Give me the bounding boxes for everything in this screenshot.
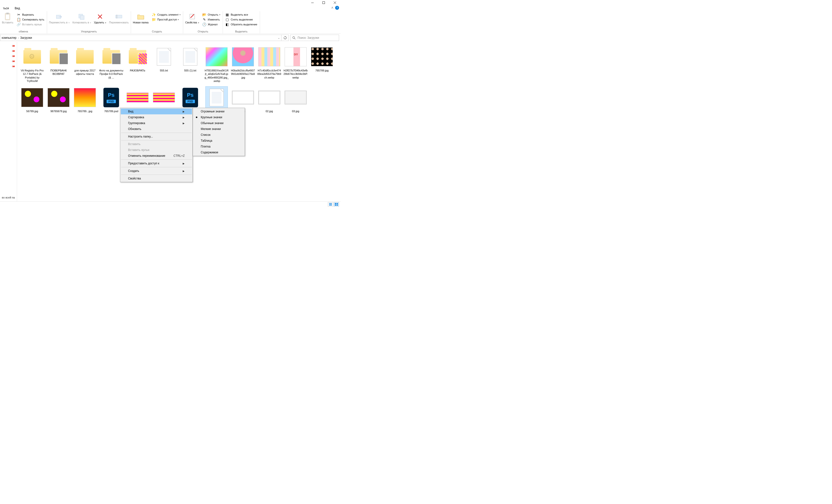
file-item[interactable]: для прмьер 2017 эфекты текста <box>72 45 98 84</box>
file-item[interactable]: 02.jpg <box>256 86 283 114</box>
details-view-button[interactable] <box>328 202 333 207</box>
delete-button[interactable]: Удалить▾ <box>93 12 108 25</box>
copy-path-icon: 📋 <box>17 18 21 22</box>
file-name: H2ff27b7f349c43efb28b874cc3b94e3bP.webp <box>283 69 308 79</box>
context-menu-item[interactable]: Отменить переименованиеCTRL+Z <box>121 153 192 159</box>
properties-icon <box>188 13 196 21</box>
select-all-icon: ▦ <box>225 13 229 17</box>
history-button[interactable]: 🕐 Журнал <box>202 22 221 27</box>
file-item[interactable]: 555.txt <box>151 45 177 84</box>
context-menu-item[interactable]: Предоставить доступ к▶ <box>121 160 192 166</box>
file-thumbnail <box>21 86 43 108</box>
context-menu-item[interactable]: Таблица <box>193 138 244 143</box>
help-icon[interactable]: ? <box>335 6 339 10</box>
svg-point-11 <box>293 36 295 38</box>
paste-shortcut-button[interactable]: 🔗 Вставить ярлык <box>16 22 45 27</box>
context-menu-item[interactable]: Плитка <box>193 143 244 150</box>
menu-tab-view[interactable]: Вид <box>12 6 23 11</box>
select-all-button[interactable]: ▦ Выделить все <box>225 12 258 17</box>
pin-icon[interactable]: 📌 <box>11 59 16 64</box>
select-none-button[interactable]: ▢ Снять выделение <box>225 17 258 22</box>
context-menu-item[interactable]: Огромные значки <box>193 108 244 114</box>
easy-access-button[interactable]: 📁 Простой доступ▾ <box>151 17 182 22</box>
file-name: для прмьер 2017 эфекты текста <box>73 69 97 76</box>
close-button[interactable] <box>329 0 340 5</box>
icons-view-button[interactable] <box>334 202 339 207</box>
file-name: 765789.jpg <box>315 69 329 72</box>
chevron-right-icon: ▶ <box>183 116 185 119</box>
delete-icon <box>96 13 104 21</box>
breadcrumb-part[interactable]: Загрузки <box>20 36 32 39</box>
search-icon <box>292 36 296 39</box>
edit-button[interactable]: ✎ Изменить <box>202 17 221 22</box>
copy-path-button[interactable]: 📋 Скопировать путь <box>16 17 45 22</box>
breadcrumb[interactable]: компьютер › Загрузки ⌄ <box>0 35 282 41</box>
search-input[interactable]: Поиск: Загрузки <box>290 35 339 41</box>
context-menu: Вид▶Сортировка▶Группировка▶ОбновитьНастр… <box>120 108 193 182</box>
open-button[interactable]: 📂 Открыть▾ <box>202 12 221 17</box>
menu-tab-share[interactable]: ться <box>0 6 12 11</box>
chevron-right-icon: ▶ <box>183 110 185 113</box>
pin-icon[interactable]: 📌 <box>11 54 16 58</box>
ribbon-group-new: Новая папка ✨ Создать элемент▾ 📁 Простой… <box>131 11 183 33</box>
ribbon-group-select: ▦ Выделить все ▢ Снять выделение ◧ Обрат… <box>223 11 260 33</box>
context-menu-item[interactable]: Обычные значки <box>193 120 244 126</box>
file-thumbnail <box>206 86 228 108</box>
new-folder-button[interactable]: Новая папка <box>131 12 150 25</box>
file-item[interactable]: 03.jpg <box>283 86 309 114</box>
minimize-button[interactable] <box>307 0 318 5</box>
file-name: 555 (1).txt <box>184 69 197 72</box>
file-thumbnail <box>48 46 70 68</box>
file-item[interactable]: H7c40df0ccb3e47488ea3d55379a79b9ch.webp <box>256 45 283 84</box>
file-item[interactable]: H0ba9d2dccffa49079fd1eb965f3a179a9.jpg <box>230 45 256 84</box>
ribbon-group-clipboard: Вставить ✂ Вырезать 📋 Скопировать путь 🔗… <box>0 11 47 33</box>
file-item[interactable]: 555 (1).txt <box>177 45 203 84</box>
file-thumbnail <box>258 46 280 68</box>
rename-button[interactable]: Переименовать <box>108 12 130 25</box>
file-item[interactable]: Фото на документы Профи 9.0 RePack (& ..… <box>98 45 124 84</box>
cut-button[interactable]: ✂ Вырезать <box>16 12 45 17</box>
copy-to-button[interactable]: Копировать в▾ <box>71 12 93 25</box>
move-to-button[interactable]: Переместить в▾ <box>48 12 71 25</box>
file-thumbnail <box>258 86 280 108</box>
context-menu-item[interactable]: Вид▶ <box>121 108 192 114</box>
file-item[interactable]: H2ff27b7f349c43efb28b874cc3b94e3bP.webp <box>283 45 309 84</box>
breadcrumb-part[interactable]: компьютер <box>2 36 17 39</box>
maximize-button[interactable] <box>318 0 329 5</box>
file-item[interactable]: HTB188EIXea5K1Rjt_a0q6zGdVXa8.jpg_480x48… <box>203 45 230 84</box>
pin-icon[interactable]: 📌 <box>11 44 16 48</box>
pin-icon[interactable]: 📌 <box>11 49 16 53</box>
invert-selection-button[interactable]: ◧ Обратить выделение <box>225 22 258 27</box>
easy-access-icon: 📁 <box>152 18 156 22</box>
context-menu-item[interactable]: Обновить <box>121 126 192 132</box>
chevron-down-icon[interactable]: ⌄ <box>278 36 280 39</box>
context-menu-item[interactable]: Сортировка▶ <box>121 114 192 120</box>
pin-icon[interactable]: 📌 <box>11 64 16 69</box>
file-item[interactable]: 765789...jpg <box>72 86 98 114</box>
paste-button[interactable]: Вставить <box>0 12 15 25</box>
context-menu-item[interactable]: Создать▶ <box>121 168 192 174</box>
copy-to-icon <box>78 13 86 21</box>
file-item[interactable]: ПОВЕРБАНК ВОЗВРАТ <box>45 45 72 84</box>
context-menu-item[interactable]: Настроить папку... <box>121 134 192 139</box>
open-icon: 📂 <box>203 13 206 17</box>
collapse-ribbon-icon[interactable]: ᐱ <box>332 6 333 9</box>
file-name: 555.txt <box>160 69 168 72</box>
context-menu-item[interactable]: Мелкие значки <box>193 126 244 132</box>
context-menu-item[interactable]: Крупные значки <box>193 114 244 120</box>
file-name: 02.jpg <box>266 109 273 113</box>
context-menu-item[interactable]: Содержимое <box>193 150 244 155</box>
context-menu-item[interactable]: Свойства <box>121 176 192 181</box>
context-menu-item[interactable]: Список <box>193 132 244 138</box>
context-menu-item[interactable]: Группировка▶ <box>121 120 192 126</box>
file-item[interactable]: РАЗОБРАТЬ <box>124 45 151 84</box>
properties-button[interactable]: Свойства▾ <box>184 12 200 25</box>
refresh-button[interactable] <box>282 35 289 41</box>
file-item[interactable]: 56789.jpg <box>19 86 45 114</box>
file-thumbnail <box>179 46 201 68</box>
file-item[interactable]: 765789.jpg <box>309 45 335 84</box>
new-item-button[interactable]: ✨ Создать элемент▾ <box>151 12 182 17</box>
file-thumbnail <box>285 46 307 68</box>
file-item[interactable]: 98765678.jpg <box>45 86 72 114</box>
file-item[interactable]: Vit Registry Fix Pro 12.7 RePack (& Port… <box>19 45 45 84</box>
